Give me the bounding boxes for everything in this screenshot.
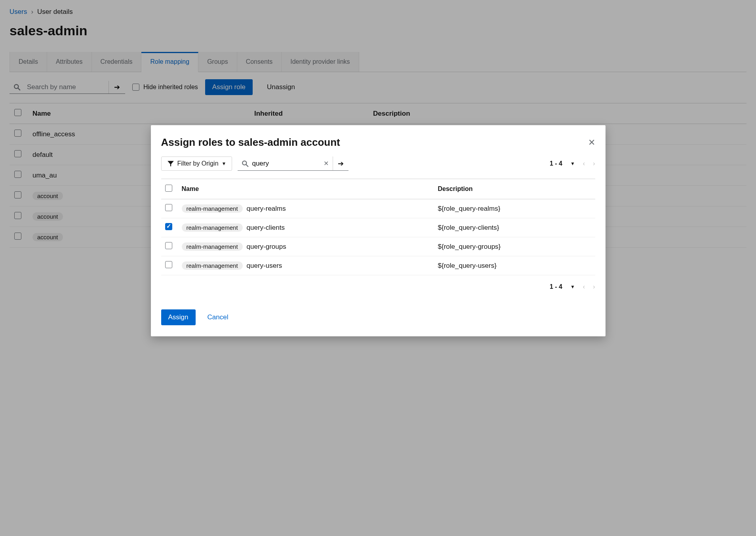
search-icon (242, 160, 249, 167)
caret-down-icon[interactable]: ▼ (570, 161, 575, 166)
cell-description: ${role_query-realms} (434, 199, 595, 218)
pager-bottom: 1 - 4 ▼ (550, 283, 595, 290)
modal-search-button[interactable] (333, 156, 348, 170)
pager-prev-icon[interactable] (583, 160, 585, 167)
caret-down-icon[interactable]: ▼ (570, 284, 575, 290)
filter-icon (167, 160, 174, 167)
modal-overlay: Assign roles to sales-admin account ✕ Fi… (0, 0, 756, 536)
row-checkbox[interactable] (165, 261, 172, 268)
caret-down-icon: ▼ (222, 161, 227, 166)
cancel-button[interactable]: Cancel (200, 309, 236, 325)
cell-description: ${role_query-users} (434, 256, 595, 275)
arrow-right-icon (338, 159, 344, 168)
pager-prev-icon[interactable] (583, 283, 585, 290)
modal-search-group: ✕ (238, 156, 348, 171)
pager-range: 1 - 4 (550, 160, 562, 167)
svg-point-3 (243, 161, 247, 165)
origin-badge: realm-management (182, 223, 243, 232)
modal-title: Assign roles to sales-admin account (161, 136, 340, 149)
assign-button[interactable]: Assign (161, 309, 196, 325)
origin-badge: realm-management (182, 242, 243, 251)
cell-name: realm-managementquery-users (178, 256, 434, 275)
cell-name: realm-managementquery-realms (178, 199, 434, 218)
cell-description: ${role_query-clients} (434, 218, 595, 237)
assign-roles-modal: Assign roles to sales-admin account ✕ Fi… (151, 125, 606, 336)
cell-name: realm-managementquery-groups (178, 237, 434, 256)
col-description: Description (434, 179, 595, 199)
svg-line-4 (246, 164, 249, 167)
row-checkbox[interactable] (165, 204, 172, 211)
table-row: realm-managementquery-clients${role_quer… (161, 218, 595, 237)
row-checkbox[interactable] (165, 223, 172, 230)
pager-next-icon[interactable] (593, 283, 595, 290)
cell-name: realm-managementquery-clients (178, 218, 434, 237)
cell-description: ${role_query-groups} (434, 237, 595, 256)
origin-badge: realm-management (182, 261, 243, 270)
table-row: realm-managementquery-groups${role_query… (161, 237, 595, 256)
col-name: Name (178, 179, 434, 199)
filter-label: Filter by Origin (177, 160, 219, 167)
table-row: realm-managementquery-realms${role_query… (161, 199, 595, 218)
modal-search-input[interactable] (252, 160, 320, 168)
modal-roles-table: Name Description realm-managementquery-r… (161, 179, 595, 275)
close-icon[interactable]: ✕ (588, 137, 595, 148)
table-row: realm-managementquery-users${role_query-… (161, 256, 595, 275)
pager-range: 1 - 4 (550, 283, 562, 290)
svg-marker-2 (168, 161, 174, 166)
pager-top: 1 - 4 ▼ (550, 160, 595, 167)
select-all-checkbox[interactable] (165, 185, 172, 192)
filter-by-origin-dropdown[interactable]: Filter by Origin ▼ (161, 156, 232, 171)
pager-next-icon[interactable] (593, 160, 595, 167)
clear-search-icon[interactable]: ✕ (324, 160, 329, 167)
row-checkbox[interactable] (165, 242, 172, 249)
origin-badge: realm-management (182, 204, 243, 213)
